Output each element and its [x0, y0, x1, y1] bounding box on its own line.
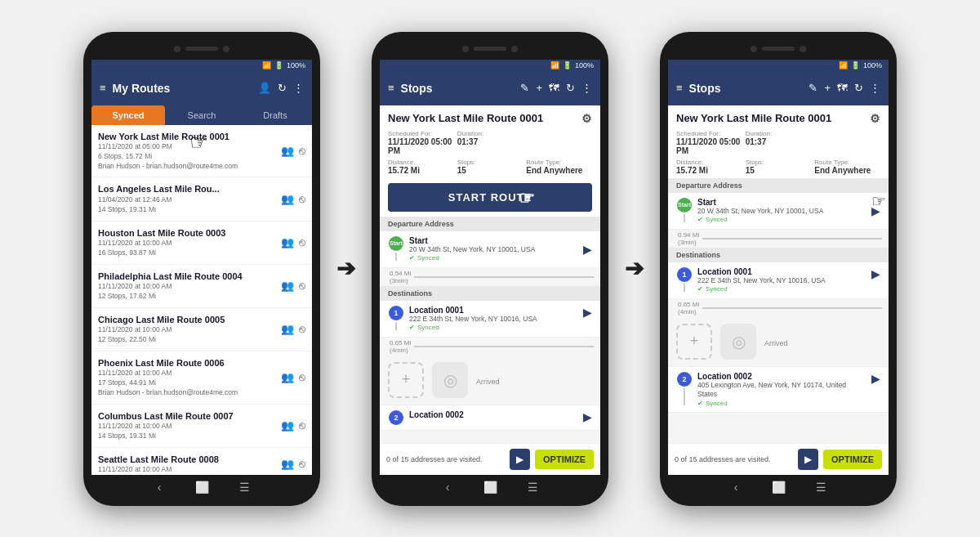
back-nav[interactable]: ‹	[150, 478, 168, 496]
export-icon[interactable]: ⎋	[299, 371, 305, 383]
share-icon[interactable]: 👥	[281, 458, 294, 470]
share-icon[interactable]: 👥	[281, 145, 294, 157]
dist-1: 0.54 Mi (3min)	[380, 268, 600, 286]
route-list-item[interactable]: Chicago Last Mile Route 0005 11/11/2020 …	[91, 308, 312, 351]
more-icon[interactable]: ⋮	[581, 82, 592, 94]
route-item-sub2: 16 Stops, 93.87 Mi	[98, 248, 278, 258]
connector-1-3	[684, 284, 685, 292]
app-title: My Routes	[113, 82, 252, 95]
nav-arrow-icon-2-3[interactable]: ▶	[871, 372, 880, 408]
gear-icon[interactable]: ⚙	[581, 112, 592, 125]
sync-icon[interactable]: ↻	[278, 82, 287, 94]
route-item-info: Philadelphia Last Mile Route 0004 11/11/…	[98, 271, 278, 302]
synced-badge-2-3: ✔ Synced	[697, 400, 866, 407]
stop-start-2[interactable]: Start Start 20 W 34th St, New York, NY 1…	[380, 231, 600, 268]
nav-arrow-icon-3a[interactable]: ▶	[871, 204, 880, 217]
arrived-fp-btn-3[interactable]: ◎	[720, 324, 756, 360]
stop-badge-2: 2	[389, 410, 403, 425]
route-list-item[interactable]: Seattle Last Mile Route 0008 11/11/2020 …	[91, 448, 312, 475]
map-icon[interactable]: 🗺	[549, 82, 559, 94]
arrived-area: + ◎ Arrived	[380, 356, 600, 405]
route-list-item[interactable]: Los Angeles Last Mile Rou... 11/04/2020 …	[91, 177, 312, 221]
arrived-fp-btn[interactable]: ◎	[432, 362, 468, 398]
route-item-sub3: Brian Hudson - brian.hudson@route4me.com	[98, 388, 278, 398]
synced-badge: ✔ Synced	[409, 324, 578, 331]
stops-title-3: Stops	[689, 82, 803, 95]
more-icon[interactable]: ⋮	[293, 82, 304, 94]
export-icon[interactable]: ⎋	[299, 145, 305, 157]
sync-icon[interactable]: ↻	[566, 82, 575, 94]
navigate-button-3[interactable]: ▶	[798, 449, 818, 470]
add-icon[interactable]: +	[824, 82, 831, 94]
start-route-button[interactable]: START ROUTE ☞	[388, 183, 592, 212]
route-item-title: Phoenix Last Mile Route 0006	[98, 357, 278, 369]
route-list-item[interactable]: Houston Last Mile Route 0003 11/11/2020 …	[91, 222, 312, 265]
stop-1-3[interactable]: 1 Location 0001 222 E 34th St, New York,…	[668, 262, 889, 299]
more-icon[interactable]: ⋮	[870, 82, 880, 94]
add-user-icon[interactable]: 👤	[258, 82, 271, 94]
back-nav[interactable]: ‹	[439, 478, 457, 496]
phone-3-bottom: ‹ ⬜ ☰	[668, 478, 889, 496]
phone-2-speaker	[474, 47, 506, 51]
tab-synced[interactable]: Synced	[91, 105, 165, 125]
recents-nav[interactable]: ☰	[235, 478, 253, 496]
share-icon[interactable]: 👥	[281, 236, 294, 248]
map-icon[interactable]: 🗺	[837, 82, 848, 94]
gear-icon-3[interactable]: ⚙	[870, 112, 880, 125]
share-icon[interactable]: 👥	[281, 193, 294, 205]
stop-1-2[interactable]: 1 Location 0001 222 E 34th St, New York,…	[380, 301, 600, 338]
edit-icon[interactable]: ✎	[520, 82, 529, 94]
stop-2-info: Location 0002	[409, 410, 578, 425]
route-list-item[interactable]: New York Last Mile Route 0001 11/11/2020…	[91, 125, 312, 178]
export-icon[interactable]: ⎋	[299, 323, 305, 335]
menu-icon[interactable]: ≡	[100, 82, 106, 94]
arrived-label-3: Arrived	[764, 339, 788, 347]
battery-icon: 🔋	[851, 61, 860, 69]
nav-arrow-icon[interactable]: ▶	[583, 243, 592, 256]
home-nav[interactable]: ⬜	[769, 478, 787, 496]
arrived-add-btn-3[interactable]: +	[676, 324, 712, 360]
home-nav[interactable]: ⬜	[481, 478, 499, 496]
menu-icon[interactable]: ≡	[676, 82, 683, 94]
export-icon[interactable]: ⎋	[299, 236, 305, 248]
tab-search[interactable]: Search	[165, 105, 238, 125]
recents-nav[interactable]: ☰	[523, 478, 541, 496]
export-icon[interactable]: ⎋	[299, 193, 305, 205]
menu-icon[interactable]: ≡	[388, 82, 394, 94]
phone-1-camera	[174, 46, 180, 52]
stop-2-3[interactable]: 2 Location 0002 405 Lexington Ave, New Y…	[668, 367, 889, 414]
recents-nav[interactable]: ☰	[812, 478, 830, 496]
route-item-title: Philadelphia Last Mile Route 0004	[98, 271, 278, 282]
stop-start-3[interactable]: Start Start 20 W 34th St, New York, NY 1…	[668, 193, 889, 230]
phone-1-app-header: ≡ My Routes 👤 ↻ ⋮	[91, 71, 312, 105]
add-icon[interactable]: +	[536, 82, 542, 94]
share-icon[interactable]: 👥	[281, 323, 294, 335]
back-nav[interactable]: ‹	[727, 478, 745, 496]
nav-arrow-icon-2[interactable]: ▶	[583, 306, 592, 332]
optimize-button-2[interactable]: OPTIMIZE	[535, 450, 594, 469]
nav-arrow-icon-3[interactable]: ▶	[583, 410, 592, 425]
export-icon[interactable]: ⎋	[299, 280, 305, 292]
route-list-item[interactable]: Columbus Last Mile Route 0007 11/11/2020…	[91, 405, 312, 448]
route-list-item[interactable]: Phoenix Last Mile Route 0006 11/11/2020 …	[91, 351, 312, 405]
export-icon[interactable]: ⎋	[299, 458, 305, 470]
share-icon[interactable]: 👥	[281, 280, 294, 292]
navigate-button-2[interactable]: ▶	[510, 449, 530, 470]
tab-drafts[interactable]: Drafts	[238, 105, 312, 125]
stop-2-2[interactable]: 2 Location 0002 ▶	[380, 405, 600, 431]
dist-3a: 0.94 Mi (3min)	[668, 230, 889, 248]
route-list-item[interactable]: Philadelphia Last Mile Route 0004 11/11/…	[91, 265, 312, 308]
share-icon[interactable]: 👥	[281, 419, 294, 432]
home-nav[interactable]: ⬜	[193, 478, 211, 496]
stop-line-1-3: 1	[676, 267, 693, 293]
route-item-icons: 👥 ⎋	[281, 236, 305, 248]
share-icon[interactable]: 👥	[281, 371, 294, 383]
route-item-sub2: 12 Stops, 17.62 Mi	[98, 292, 278, 302]
nav-arrow-icon-1-3[interactable]: ▶	[871, 267, 880, 293]
optimize-button-3[interactable]: OPTIMIZE	[823, 450, 882, 469]
route-item-icons: 👥 ⎋	[281, 323, 305, 335]
arrived-add-btn[interactable]: +	[388, 362, 424, 398]
export-icon[interactable]: ⎋	[299, 419, 305, 432]
edit-icon[interactable]: ✎	[808, 82, 817, 94]
sync-icon[interactable]: ↻	[854, 82, 863, 94]
